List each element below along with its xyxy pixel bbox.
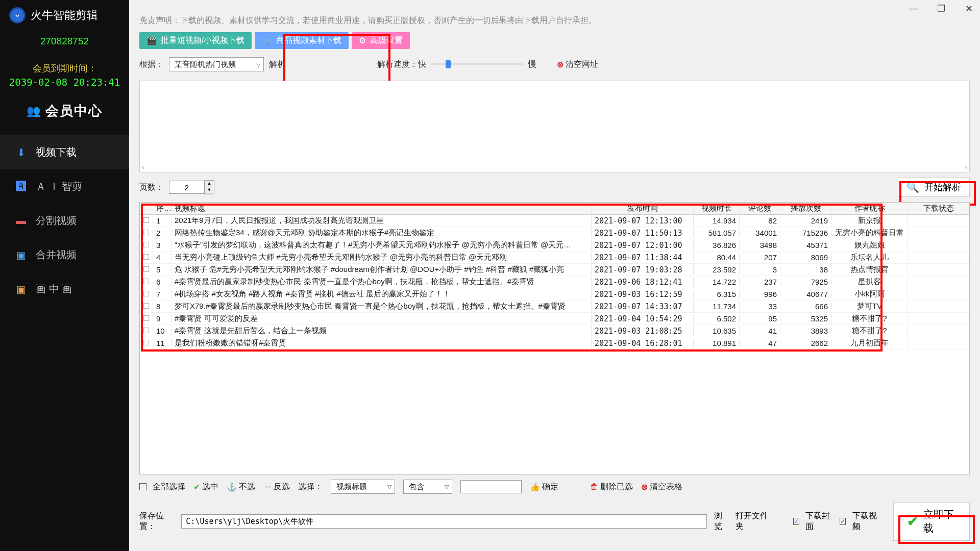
table-row[interactable]: 11 是我们粉粉嫩嫩的错错呀#秦霄贤 2021-09-04 16:28:01 1… <box>140 337 969 349</box>
sidebar-item-split[interactable]: ▬分割视频 <box>0 204 129 238</box>
parse-link[interactable]: 解析 <box>269 59 285 70</box>
sidebar-item-label: 分割视频 <box>36 214 77 228</box>
download-now-button[interactable]: ✔ 立即下载 <box>893 502 970 541</box>
tab-batch-download[interactable]: 🎬批量短视频/小视频下载 <box>139 32 252 49</box>
col-date[interactable]: 发布时间 <box>592 204 694 213</box>
sidebar-item-pip[interactable]: ▣画 中 画 <box>0 272 129 306</box>
cell-title: 2021年9月7日，人民日报报道，我国成功发射高光谱观测卫星 <box>172 216 592 226</box>
clear-url-button[interactable]: ⊗清空网址 <box>557 59 598 70</box>
speed-slider[interactable] <box>431 63 523 65</box>
table-row[interactable]: 1 2021年9月7日，人民日报报道，我国成功发射高光谱观测卫星 2021-09… <box>140 215 969 227</box>
selection-bar: 全部选择 ✔选中 ⚓不选 ↔反选 选择： 视频标题▽ 包含▽ 👍确定 🗑删除已选… <box>129 474 980 497</box>
table-row[interactable]: 6 #秦霄贤最后的赢家录制秒变热心市民 秦霄贤一直是个热心boy啊，扶花瓶，抢挡… <box>140 276 969 288</box>
slider-thumb-icon[interactable] <box>446 60 451 68</box>
col-status[interactable]: 下载状态 <box>908 204 969 213</box>
start-parse-button[interactable]: 🔍 开始解析 <box>898 178 970 197</box>
download-video-checkbox[interactable]: 下载视频 <box>840 511 879 532</box>
url-textarea[interactable]: ‹ › <box>139 81 970 172</box>
cell-author: 热点情报官 <box>831 265 908 274</box>
row-checkbox[interactable] <box>143 328 150 334</box>
save-path-input[interactable] <box>181 514 707 529</box>
cell-index: 6 <box>153 278 172 286</box>
tab-advanced[interactable]: ⚙高级设置 <box>352 32 410 49</box>
table-row[interactable]: 7 #机场穿搭 #女友视角 #路人视角 #秦霄贤 #接机 #德云社 最后的赢家又… <box>140 288 969 300</box>
open-folder-button[interactable]: 打开文件夹 <box>736 511 770 532</box>
select-all-checkbox[interactable]: 全部选择 <box>139 482 185 492</box>
cell-comments: 3498 <box>740 241 780 249</box>
spin-down[interactable]: ▼ <box>205 187 214 194</box>
cell-title: 网络热传生物鉴定34，感谢@天元邓刚 协助鉴定本期的水猴子#亮记生物鉴定 <box>172 228 592 238</box>
tab-label: 高级设置 <box>370 35 403 46</box>
row-checkbox[interactable] <box>143 242 150 248</box>
label: 不选 <box>239 482 255 492</box>
cell-plays: 8069 <box>780 253 831 262</box>
spin-up[interactable]: ▲ <box>205 181 214 187</box>
cell-author: 九月初酉年 <box>831 338 908 348</box>
clear-table-button[interactable]: ⊗清空表格 <box>641 482 682 492</box>
cell-date: 2021-09-04 16:28:01 <box>592 339 694 348</box>
scroll-left-icon[interactable]: ‹ <box>142 164 144 171</box>
delete-selected-button[interactable]: 🗑删除已选 <box>590 482 633 492</box>
cell-author: 娱丸姐姐 <box>831 240 908 250</box>
minimize-button[interactable]: — <box>909 3 919 14</box>
row-checkbox[interactable] <box>143 291 150 297</box>
tab-product-material[interactable]: 🛒商品视频素材下载 <box>255 32 349 49</box>
row-checkbox[interactable] <box>143 254 150 260</box>
row-checkbox[interactable] <box>143 266 150 272</box>
label: 选中 <box>202 482 218 492</box>
col-index[interactable]: 序号 <box>153 204 172 213</box>
filter-op-dropdown[interactable]: 包含▽ <box>403 480 452 494</box>
col-author[interactable]: 作者昵称 <box>831 204 908 213</box>
row-checkbox[interactable] <box>143 279 150 285</box>
close-button[interactable]: ✕ <box>964 3 974 14</box>
browse-button[interactable]: 浏览 <box>714 511 728 532</box>
col-duration[interactable]: 视频时长 <box>694 204 740 213</box>
filter-field-dropdown[interactable]: 视频标题▽ <box>331 480 395 494</box>
col-comments[interactable]: 评论数 <box>740 204 780 213</box>
sidebar-nav: ⬇视频下载 🅰Ａ Ｉ 智剪 ▬分割视频 ▣合并视频 ▣画 中 画 <box>0 135 129 306</box>
row-checkbox[interactable] <box>143 315 150 321</box>
download-cover-checkbox[interactable]: 下载封面 <box>793 511 832 532</box>
uncheck-button[interactable]: ⚓不选 <box>227 482 255 492</box>
cell-title: 梦可X79.#秦霄贤最后的赢家录制秒变热心市民 秦霄贤一直是个热心boy啊，扶花… <box>172 302 592 311</box>
table-row[interactable]: 2 网络热传生物鉴定34，感谢@天元邓刚 协助鉴定本期的水猴子#亮记生物鉴定 2… <box>140 227 969 239</box>
cell-date: 2021-09-04 10:54:29 <box>592 314 694 323</box>
cell-duration: 11.734 <box>694 302 740 311</box>
row-checkbox[interactable] <box>143 340 150 346</box>
table-row[interactable]: 10 #秦霄贤 这就是先甜后苦么，结合上一条视频 2021-09-03 21:0… <box>140 325 969 337</box>
confirm-filter-button[interactable]: 👍确定 <box>530 482 558 492</box>
table-row[interactable]: 9 #秦霄贤 可可爱爱的反差 2021-09-04 10:54:29 6.502… <box>140 313 969 325</box>
merge-icon: ▣ <box>14 249 28 261</box>
col-title[interactable]: 视频标题 <box>172 204 592 213</box>
sidebar-item-label: 画 中 画 <box>36 282 72 296</box>
chevron-down-icon: ▽ <box>445 484 449 490</box>
filter-text-input[interactable] <box>460 480 522 493</box>
pages-input[interactable] <box>169 181 205 194</box>
app-logo-icon <box>9 7 26 23</box>
maximize-button[interactable]: ❐ <box>936 3 946 14</box>
table-row[interactable]: 3 “水猴子”引发的梦幻联动，这波科普真的太有趣了！#无穷小亮希望天元邓刚钓水猴… <box>140 239 969 252</box>
table-row[interactable]: 8 梦可X79.#秦霄贤最后的赢家录制秒变热心市民 秦霄贤一直是个热心boy啊，… <box>140 300 969 313</box>
scroll-right-icon[interactable]: › <box>965 164 967 171</box>
label: 反选 <box>274 482 290 492</box>
table-row[interactable]: 5 危 水猴子 危#无穷小亮希望天元邓刚钓水猴子 #doudream创作者计划 … <box>140 264 969 276</box>
label: 全部选择 <box>153 482 185 492</box>
row-checkbox[interactable] <box>143 230 150 236</box>
sidebar-item-ai-edit[interactable]: 🅰Ａ Ｉ 智剪 <box>0 169 129 204</box>
member-id: 270828752 <box>0 36 129 47</box>
sidebar-item-merge[interactable]: ▣合并视频 <box>0 238 129 272</box>
member-center-button[interactable]: 👥 会员中心 <box>0 102 129 120</box>
row-checkbox[interactable] <box>143 303 150 309</box>
cell-plays: 7925 <box>780 278 831 286</box>
sidebar-item-download[interactable]: ⬇视频下载 <box>0 135 129 169</box>
cell-author: 新京报 <box>831 216 908 226</box>
app-title: 火牛智能剪辑 <box>31 8 98 23</box>
col-plays[interactable]: 播放次数 <box>780 204 831 213</box>
trash-icon: 🗑 <box>590 482 598 491</box>
row-checkbox[interactable] <box>143 217 150 223</box>
table-row[interactable]: 4 当无穷小亮碰上顶级钓鱼大师 #无穷小亮希望天元邓刚钓水猴子 @无穷小亮的科普… <box>140 252 969 264</box>
check-selected-button[interactable]: ✔选中 <box>193 482 218 492</box>
invert-button[interactable]: ↔反选 <box>263 482 290 492</box>
split-icon: ▬ <box>14 215 28 227</box>
basis-dropdown[interactable]: 某音随机热门视频▽ <box>169 57 264 71</box>
